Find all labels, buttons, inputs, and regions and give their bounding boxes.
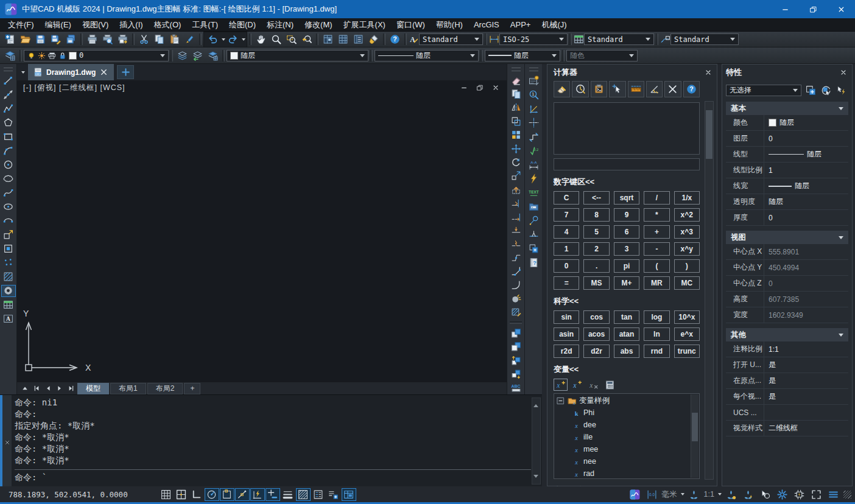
last-layout-button[interactable] <box>66 383 76 393</box>
window-maximize-button[interactable] <box>799 0 827 18</box>
table-style-combo[interactable]: Standard <box>584 33 654 45</box>
menu-dimension[interactable]: 标注(N) <box>261 18 299 32</box>
hatch-tool[interactable] <box>1 271 16 283</box>
quick-select-button[interactable] <box>804 84 818 97</box>
fullscreen-icon[interactable] <box>809 488 824 501</box>
resize-grip[interactable] <box>843 491 851 499</box>
design-center-button[interactable] <box>320 32 336 46</box>
calc-key-5[interactable]: 5 <box>583 225 609 239</box>
array-button[interactable] <box>508 129 523 141</box>
doc-minimize-button[interactable] <box>460 84 468 91</box>
numpad-section-label[interactable]: 数字键区<< <box>554 177 700 187</box>
surface-roughness-button[interactable]: 3.2 <box>526 145 541 157</box>
trim-button[interactable] <box>508 197 523 209</box>
calc-key-acos[interactable]: acos <box>583 327 609 341</box>
calc-key-3[interactable]: 3 <box>614 242 639 256</box>
window-minimize-button[interactable] <box>771 0 799 18</box>
toggle-pickadd-button[interactable] <box>819 84 833 97</box>
edit-hatch-button[interactable] <box>508 306 523 318</box>
calc-key-7[interactable]: 7 <box>554 208 579 222</box>
calc-key-abs[interactable]: abs <box>614 345 639 358</box>
explode-button[interactable] <box>508 293 523 304</box>
lineweight-combo[interactable]: 随层 <box>485 50 560 61</box>
section-symbol-button[interactable] <box>526 131 541 143</box>
text-style-combo[interactable]: Standard <box>419 33 483 45</box>
tree-collapse-icon[interactable] <box>556 396 565 405</box>
doc-restore-button[interactable] <box>476 84 484 91</box>
menu-view[interactable]: 视图(V) <box>77 18 114 32</box>
menu-edit[interactable]: 编辑(E) <box>40 18 77 32</box>
next-layout-button[interactable] <box>54 383 65 393</box>
send-under-button[interactable] <box>508 368 523 380</box>
calc-key-2[interactable]: 2 <box>583 242 609 256</box>
polar-toggle[interactable] <box>205 488 219 501</box>
property-value[interactable]: 随层 <box>764 147 848 162</box>
clean-screen-button[interactable] <box>366 32 381 46</box>
calc-get-coordinates-button[interactable] <box>609 81 625 97</box>
bring-above-button[interactable] <box>508 354 523 366</box>
viewport-controls[interactable]: [-] [俯视] [二维线框] [WCS] <box>23 83 125 93</box>
menu-express-tools[interactable]: 扩展工具(X) <box>338 18 391 32</box>
units-dropdown-arrow[interactable] <box>681 493 684 495</box>
calc-key-tan[interactable]: tan <box>614 310 639 324</box>
point-tool[interactable] <box>1 257 16 269</box>
menu-window[interactable]: 窗口(W) <box>391 18 431 32</box>
calc-key-=[interactable]: = <box>554 276 579 290</box>
property-value[interactable]: 是 <box>764 357 848 373</box>
stretch-button[interactable] <box>508 184 523 195</box>
calc-key-rnd[interactable]: rnd <box>644 345 669 358</box>
match-properties-button[interactable] <box>182 32 197 46</box>
tab-model[interactable]: 模型 <box>77 383 109 394</box>
calc-key-6[interactable]: 6 <box>614 225 639 239</box>
calc-key-([interactable]: ( <box>644 259 669 273</box>
menu-mechanical[interactable]: 机械(J) <box>536 18 572 32</box>
color-combo[interactable]: 随层 <box>227 50 368 61</box>
calc-key-sin[interactable]: sin <box>554 310 579 324</box>
add-layout-button[interactable]: + <box>184 383 200 394</box>
properties-palette-button[interactable] <box>351 32 366 46</box>
variables-section-label[interactable]: 变量<< <box>554 364 700 375</box>
variable-item-rad[interactable]: xrad <box>556 467 691 479</box>
pan-button[interactable] <box>253 32 269 46</box>
drawing-tab-list-button[interactable] <box>17 64 28 80</box>
calc-key-d2r[interactable]: d2r <box>583 345 609 358</box>
symbol-library-button[interactable] <box>526 201 541 213</box>
calc-key-cos[interactable]: cos <box>583 310 609 324</box>
drawing-tab-close-button[interactable] <box>99 68 108 77</box>
calc-angle-button[interactable] <box>646 81 663 97</box>
calc-key-0[interactable]: 0 <box>554 259 579 273</box>
osnap-toggle[interactable] <box>220 488 234 501</box>
properties-preview-toggle[interactable] <box>311 488 326 501</box>
tracking-toggle[interactable] <box>266 488 280 501</box>
calc-key-MR[interactable]: MR <box>644 276 669 290</box>
menu-modify[interactable]: 修改(M) <box>299 18 338 32</box>
arc-tool[interactable] <box>1 145 16 157</box>
calc-key-e^x[interactable]: e^x <box>674 327 700 341</box>
calc-intersection-button[interactable] <box>664 81 681 97</box>
redo-button-dropdown-arrow[interactable] <box>242 38 245 41</box>
ellipse-tool[interactable] <box>1 201 16 213</box>
property-value[interactable]: 随层 <box>764 115 848 130</box>
add-selected-toggle[interactable] <box>326 488 341 501</box>
calc-key-4[interactable]: 4 <box>554 225 579 239</box>
calc-key-MS[interactable]: MS <box>583 276 609 290</box>
calc-key-10^x[interactable]: 10^x <box>674 310 700 324</box>
layer-properties-button[interactable] <box>2 49 18 63</box>
layer-on-icon[interactable] <box>27 52 35 60</box>
bring-to-front-button[interactable] <box>508 327 523 339</box>
redo-button[interactable] <box>225 32 241 46</box>
variable-item-ille[interactable]: xille <box>556 431 691 443</box>
calc-key-x^y[interactable]: x^y <box>674 242 700 256</box>
tool-palettes-button[interactable] <box>336 32 351 46</box>
calc-key--[interactable]: - <box>644 242 669 256</box>
calc-key-9[interactable]: 9 <box>614 208 639 222</box>
scroll-up-icon[interactable] <box>533 400 538 407</box>
property-group-视图[interactable]: 视图 <box>726 231 848 244</box>
scale-button[interactable] <box>508 170 523 181</box>
copy-button[interactable] <box>508 88 523 100</box>
calc-key-.[interactable]: . <box>583 259 609 273</box>
open-button[interactable] <box>18 32 33 46</box>
calc-key-log[interactable]: log <box>644 310 669 324</box>
calc-key-/[interactable]: / <box>644 191 669 205</box>
new-drawing-tab-button[interactable] <box>117 65 134 79</box>
